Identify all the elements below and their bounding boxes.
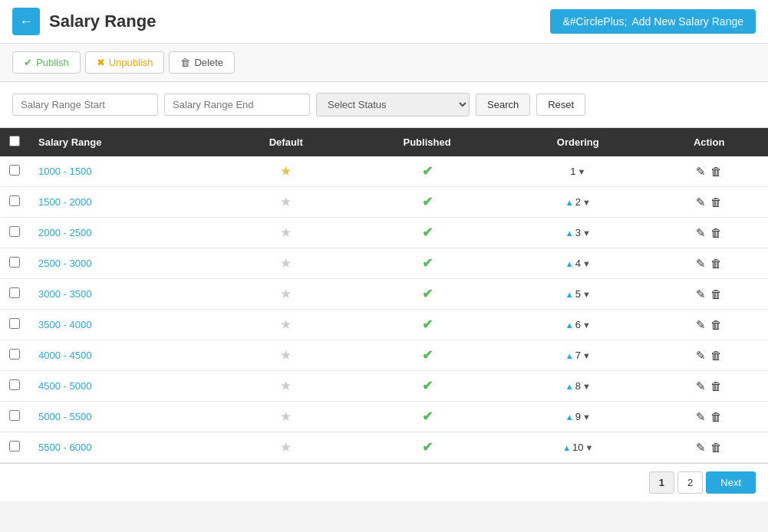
delete-row-icon[interactable]: 🗑 bbox=[710, 226, 722, 239]
salary-range-link[interactable]: 5000 - 5500 bbox=[38, 411, 91, 422]
back-button[interactable]: ← bbox=[12, 8, 40, 35]
default-star-gray[interactable]: ★ bbox=[280, 409, 292, 424]
default-star-gray[interactable]: ★ bbox=[280, 225, 292, 240]
published-check: ✔ bbox=[422, 287, 433, 301]
edit-icon[interactable]: ✎ bbox=[696, 257, 706, 271]
edit-icon[interactable]: ✎ bbox=[696, 410, 706, 424]
default-star-gray[interactable]: ★ bbox=[280, 348, 292, 363]
publish-button[interactable]: ✔ Publish bbox=[12, 51, 81, 74]
edit-icon[interactable]: ✎ bbox=[696, 165, 706, 179]
order-down-arrow[interactable]: ▼ bbox=[582, 320, 591, 330]
default-star-gray[interactable]: ★ bbox=[280, 256, 292, 271]
salary-range-link[interactable]: 1500 - 2000 bbox=[38, 196, 91, 208]
row-checkbox[interactable] bbox=[9, 165, 20, 176]
row-checkbox[interactable] bbox=[9, 226, 20, 237]
order-up-arrow[interactable]: ▲ bbox=[562, 443, 571, 452]
order-down-arrow[interactable]: ▼ bbox=[582, 382, 591, 391]
row-checkbox[interactable] bbox=[9, 349, 20, 360]
row-checkbox[interactable] bbox=[9, 318, 20, 329]
salary-range-link[interactable]: 2000 - 2500 bbox=[38, 227, 91, 238]
default-star-gray[interactable]: ★ bbox=[280, 195, 292, 209]
row-checkbox[interactable] bbox=[9, 441, 20, 452]
salary-range-link[interactable]: 4500 - 5000 bbox=[38, 380, 91, 392]
order-up-arrow[interactable]: ▲ bbox=[565, 320, 574, 330]
edit-icon[interactable]: ✎ bbox=[696, 195, 706, 209]
order-down-arrow[interactable]: ▼ bbox=[582, 228, 591, 238]
edit-icon[interactable]: ✎ bbox=[696, 318, 706, 332]
edit-icon[interactable]: ✎ bbox=[696, 349, 706, 363]
order-up-arrow[interactable]: ▲ bbox=[565, 228, 574, 238]
published-check: ✔ bbox=[422, 256, 433, 271]
order-down-arrow[interactable]: ▼ bbox=[582, 290, 591, 299]
row-checkbox[interactable] bbox=[9, 257, 20, 268]
salary-range-link[interactable]: 5500 - 6000 bbox=[38, 442, 91, 453]
search-button[interactable]: Search bbox=[476, 94, 530, 116]
order-down-arrow[interactable]: ▼ bbox=[582, 351, 591, 360]
edit-icon[interactable]: ✎ bbox=[696, 379, 706, 393]
delete-row-icon[interactable]: 🗑 bbox=[710, 287, 722, 300]
order-down-arrow[interactable]: ▼ bbox=[582, 198, 591, 207]
published-check: ✔ bbox=[422, 440, 433, 455]
add-salary-range-button[interactable]: &#CirclePlus; Add New Salary Range bbox=[550, 9, 756, 34]
order-up-arrow[interactable]: ▲ bbox=[565, 351, 574, 360]
edit-icon[interactable]: ✎ bbox=[696, 287, 706, 301]
order-down-arrow[interactable]: ▼ bbox=[582, 259, 591, 268]
default-star-gold[interactable]: ★ bbox=[280, 164, 292, 179]
default-star-gray[interactable]: ★ bbox=[280, 287, 292, 301]
table-row: 5500 - 6000★✔▲10▼ ✎ 🗑 bbox=[0, 432, 768, 463]
unpublish-button[interactable]: ✖ Unpublish bbox=[85, 51, 165, 74]
action-cell: ✎ 🗑 bbox=[659, 287, 759, 301]
filter-bar: Select Status Published Unpublished Sear… bbox=[0, 82, 768, 128]
default-star-gray[interactable]: ★ bbox=[280, 379, 292, 393]
row-checkbox[interactable] bbox=[9, 410, 20, 421]
salary-range-end-input[interactable] bbox=[164, 94, 310, 116]
order-up-arrow[interactable]: ▲ bbox=[565, 290, 574, 299]
next-button[interactable]: Next bbox=[706, 471, 756, 494]
edit-icon[interactable]: ✎ bbox=[696, 441, 706, 455]
page-1-button[interactable]: 1 bbox=[649, 471, 674, 494]
row-checkbox[interactable] bbox=[9, 379, 20, 390]
delete-row-icon[interactable]: 🗑 bbox=[710, 318, 722, 331]
delete-row-icon[interactable]: 🗑 bbox=[710, 441, 722, 454]
order-up-arrow[interactable]: ▲ bbox=[565, 259, 574, 268]
default-star-gray[interactable]: ★ bbox=[280, 317, 292, 332]
x-icon: ✖ bbox=[97, 57, 105, 68]
table-row: 1500 - 2000★✔▲2▼ ✎ 🗑 bbox=[0, 187, 768, 218]
delete-row-icon[interactable]: 🗑 bbox=[710, 349, 722, 362]
order-down-arrow[interactable]: ▼ bbox=[582, 412, 591, 422]
action-cell: ✎ 🗑 bbox=[659, 441, 759, 455]
status-select[interactable]: Select Status Published Unpublished bbox=[316, 93, 470, 117]
reset-button[interactable]: Reset bbox=[536, 94, 585, 116]
col-salary-range: Salary Range bbox=[29, 128, 224, 156]
row-checkbox[interactable] bbox=[9, 195, 20, 206]
salary-range-link[interactable]: 4000 - 4500 bbox=[38, 350, 91, 361]
delete-row-icon[interactable]: 🗑 bbox=[710, 195, 722, 209]
published-check: ✔ bbox=[422, 164, 433, 179]
order-up-arrow[interactable]: ▲ bbox=[565, 412, 574, 422]
salary-range-link[interactable]: 1000 - 1500 bbox=[38, 166, 91, 177]
order-down-arrow[interactable]: ▼ bbox=[577, 167, 585, 176]
select-all-checkbox[interactable] bbox=[9, 136, 20, 146]
delete-row-icon[interactable]: 🗑 bbox=[710, 379, 722, 392]
salary-range-link[interactable]: 3500 - 4000 bbox=[38, 319, 91, 330]
table-row: 2500 - 3000★✔▲4▼ ✎ 🗑 bbox=[0, 248, 768, 279]
action-cell: ✎ 🗑 bbox=[659, 410, 759, 424]
table-row: 4000 - 4500★✔▲7▼ ✎ 🗑 bbox=[0, 340, 768, 371]
row-checkbox[interactable] bbox=[9, 287, 20, 298]
salary-range-start-input[interactable] bbox=[12, 94, 158, 116]
salary-range-link[interactable]: 2500 - 3000 bbox=[38, 258, 91, 269]
page-2-button[interactable]: 2 bbox=[677, 471, 703, 494]
published-check: ✔ bbox=[422, 225, 433, 240]
default-star-gray[interactable]: ★ bbox=[280, 440, 292, 455]
delete-button[interactable]: 🗑 Delete bbox=[169, 51, 235, 74]
action-cell: ✎ 🗑 bbox=[659, 257, 759, 271]
delete-row-icon[interactable]: 🗑 bbox=[710, 257, 722, 270]
order-down-arrow[interactable]: ▼ bbox=[585, 443, 593, 452]
ordering-cell: ▲2▼ bbox=[515, 196, 641, 208]
delete-row-icon[interactable]: 🗑 bbox=[710, 410, 722, 423]
edit-icon[interactable]: ✎ bbox=[696, 226, 706, 240]
order-up-arrow[interactable]: ▲ bbox=[565, 382, 574, 391]
salary-range-link[interactable]: 3000 - 3500 bbox=[38, 288, 91, 300]
order-up-arrow[interactable]: ▲ bbox=[565, 198, 574, 207]
delete-row-icon[interactable]: 🗑 bbox=[710, 165, 722, 178]
